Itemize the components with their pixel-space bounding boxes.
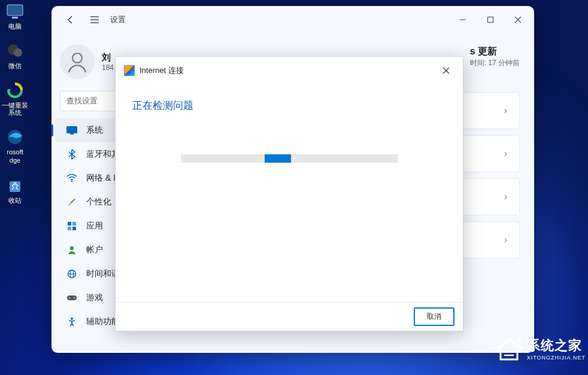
dialog-message: 正在检测问题	[132, 99, 446, 112]
chevron-right-icon: ›	[504, 148, 507, 159]
apps-icon	[66, 220, 78, 232]
minimize-button[interactable]	[449, 8, 477, 32]
troubleshooter-icon	[124, 65, 135, 76]
desktop-icon-edge[interactable]: rosoft dge	[0, 127, 30, 164]
titlebar: 设置	[51, 6, 534, 33]
desktop-icon-reinstall[interactable]: 一键重装系统	[0, 80, 30, 116]
svg-rect-21	[72, 227, 76, 230]
gamepad-icon	[66, 292, 78, 304]
close-button[interactable]	[504, 8, 532, 32]
svg-rect-19	[72, 222, 76, 225]
house-icon	[495, 336, 523, 362]
label: 一键重装系统	[0, 102, 30, 116]
cancel-button[interactable]: 取消	[414, 307, 454, 326]
progress-bar	[181, 154, 398, 163]
avatar	[60, 44, 95, 79]
svg-rect-0	[7, 5, 23, 16]
desktop-icon-recycle[interactable]: 收站	[0, 175, 30, 204]
label-line2: dge	[10, 157, 20, 164]
window-title: 设置	[110, 14, 126, 25]
chevron-right-icon: ›	[504, 105, 507, 116]
update-heading: s 更新	[470, 45, 520, 58]
svg-point-3	[14, 48, 22, 57]
user-name: 刘	[102, 52, 114, 63]
label: 微信	[8, 62, 22, 69]
svg-point-14	[72, 53, 82, 63]
svg-rect-26	[67, 295, 77, 300]
watermark: 系统之家 XITONGZHIJIA.NET	[495, 336, 586, 362]
svg-point-22	[70, 246, 74, 250]
label: 系统	[86, 125, 103, 136]
progress-indicator	[265, 154, 291, 163]
user-icon	[66, 244, 78, 256]
svg-point-17	[71, 181, 73, 182]
search-placeholder: 查找设置	[66, 96, 98, 106]
troubleshooter-dialog: Internet 连接 正在检测问题 取消	[115, 56, 463, 331]
svg-rect-18	[68, 222, 71, 225]
back-button[interactable]	[59, 8, 83, 32]
label: 个性化	[86, 197, 111, 208]
label: 游戏	[86, 292, 103, 303]
label-line1: rosoft	[7, 148, 23, 156]
svg-point-28	[74, 297, 75, 298]
label: 收站	[8, 197, 22, 204]
svg-point-29	[71, 318, 73, 320]
desktop-icon-computer[interactable]: 电脑	[0, 1, 30, 30]
svg-rect-15	[66, 126, 77, 133]
svg-rect-1	[12, 17, 18, 19]
globe-icon	[66, 268, 78, 280]
dialog-title: Internet 连接	[140, 65, 184, 76]
system-icon	[66, 124, 78, 136]
accessibility-icon	[66, 316, 78, 328]
maximize-button[interactable]	[477, 8, 504, 32]
svg-rect-16	[70, 133, 74, 135]
svg-rect-20	[68, 227, 71, 230]
svg-point-27	[69, 297, 70, 298]
watermark-name: 系统之家	[527, 337, 586, 355]
label: 电脑	[8, 23, 22, 30]
svg-rect-11	[488, 17, 493, 23]
menu-button[interactable]	[83, 8, 107, 32]
bluetooth-icon	[66, 148, 78, 160]
label: 帐户	[86, 245, 103, 255]
user-id: 184	[102, 63, 114, 72]
brush-icon	[66, 196, 78, 208]
watermark-url: XITONGZHIJIA.NET	[527, 355, 586, 361]
dialog-close-button[interactable]	[434, 61, 458, 80]
label: 应用	[86, 221, 103, 231]
update-subheading: 时间: 17 分钟前	[470, 58, 520, 68]
chevron-right-icon: ›	[504, 191, 507, 202]
wifi-icon	[66, 172, 78, 184]
desktop-icon-wechat[interactable]: 微信	[0, 41, 30, 69]
chevron-right-icon: ›	[504, 234, 507, 245]
desktop-icons: 电脑 微信 一键重装系统 rosoft dge 收站	[0, 0, 30, 204]
